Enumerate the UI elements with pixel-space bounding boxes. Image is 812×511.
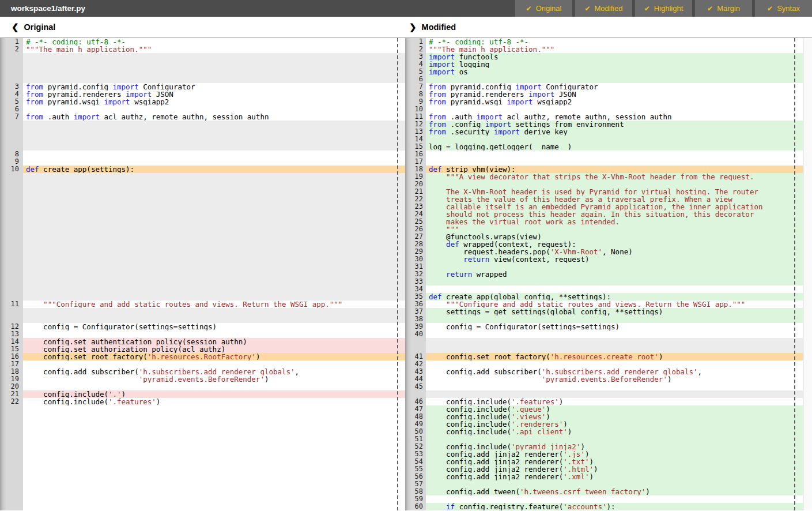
code-line: config.set_root_factory('h.resources.cre… <box>426 353 803 360</box>
toggle-button-label: Highlight <box>654 4 683 13</box>
code-row: 32 return wrapped <box>405 270 803 278</box>
line-number <box>0 428 23 435</box>
code-row <box>0 278 405 285</box>
code-row <box>0 285 405 293</box>
code-line <box>23 143 405 151</box>
code-line <box>426 76 803 83</box>
code-line: config.include('.queue') <box>426 405 803 413</box>
code-line: """ <box>426 226 803 233</box>
code-row <box>0 488 405 495</box>
toggle-margin-button[interactable]: ✔Margin <box>695 0 752 17</box>
code-row: 60 if config.registry.feature('accounts'… <box>405 503 803 510</box>
check-icon: ✔ <box>767 5 773 13</box>
code-row: 21 config.include('.') <box>0 390 405 398</box>
line-number <box>0 143 23 151</box>
code-line <box>426 330 803 338</box>
code-row: 40 <box>405 330 803 338</box>
line-number <box>0 233 23 241</box>
code-row: 57 <box>405 480 803 488</box>
code-line <box>426 315 803 323</box>
line-number <box>0 173 23 181</box>
code-line <box>23 270 405 278</box>
code-line <box>426 338 803 345</box>
toggle-button-label: Margin <box>717 4 740 13</box>
scrollbar-track[interactable] <box>803 38 812 510</box>
line-number <box>0 218 23 226</box>
code-row <box>405 390 803 398</box>
code-row: 45 <box>405 383 803 390</box>
code-row: 1# -*- coding: utf-8 -*- <box>405 38 803 46</box>
line-number <box>405 338 426 345</box>
code-row: 11from .auth import acl_authz, remote_au… <box>405 113 803 121</box>
code-row <box>0 435 405 443</box>
code-row: 59 <box>405 495 803 503</box>
code-row <box>0 458 405 465</box>
code-line <box>426 383 803 390</box>
code-line <box>426 480 803 488</box>
code-row <box>0 61 405 68</box>
line-number <box>0 53 23 61</box>
code-line: config.add_jinja2_renderer('.js') <box>426 450 803 458</box>
code-line: config.add_tween('h.tweens.csrf_tween_fa… <box>426 488 803 495</box>
code-line <box>23 263 405 270</box>
code-row: 35def create_app(global_config, **settin… <box>405 293 803 300</box>
window-title: workspace1/after.py <box>0 0 512 17</box>
code-line: from pyramid.config import Configurator <box>23 83 405 91</box>
code-line: from pyramid.renderers import JSON <box>23 91 405 98</box>
pane-header-original[interactable]: ❮ Original <box>12 17 55 37</box>
code-line: config.add_subscriber('h.subscribers.add… <box>426 368 803 375</box>
code-line: def create_app(global_config, **settings… <box>426 293 803 300</box>
toggle-original-button[interactable]: ✔Original <box>515 0 572 17</box>
code-line: log = logging.getLogger(__name__) <box>426 143 803 151</box>
check-icon: ✔ <box>707 5 713 13</box>
line-number <box>0 188 23 196</box>
line-number <box>0 226 23 233</box>
line-number: 11 <box>0 300 23 308</box>
code-row: 13from .security import derive_key <box>405 128 803 136</box>
code-row <box>0 226 405 233</box>
code-row <box>0 420 405 428</box>
code-line <box>23 435 405 443</box>
code-line: treats the value of this header as a tra… <box>426 196 803 203</box>
line-number: 2 <box>0 46 23 53</box>
code-row: 26 """ <box>405 226 803 233</box>
code-line <box>23 158 405 166</box>
code-line: import os <box>426 68 803 76</box>
line-number: 4 <box>0 91 23 98</box>
code-line: from pyramid.config import Configurator <box>426 83 803 91</box>
code-line <box>23 61 405 68</box>
code-row: 43 config.add_subscriber('h.subscribers.… <box>405 368 803 375</box>
code-row: 13 <box>0 330 405 338</box>
code-row: 49 config.include('.renderers') <box>405 420 803 428</box>
code-line <box>23 278 405 285</box>
check-icon: ✔ <box>584 5 590 13</box>
toggle-highlight-button[interactable]: ✔Highlight <box>635 0 692 17</box>
code-line: from pyramid.wsgi import wsgiapp2 <box>23 98 405 106</box>
code-row: 55 config.add_jinja2_renderer('.html') <box>405 465 803 473</box>
code-line: # -*- coding: utf-8 -*- <box>426 38 803 46</box>
code-line <box>23 450 405 458</box>
code-line: @functools.wraps(view) <box>426 233 803 241</box>
toggle-syntax-button[interactable]: ✔Syntax <box>755 0 812 17</box>
code-line: config.add_jinja2_renderer('.html') <box>426 465 803 473</box>
code-row <box>0 405 405 413</box>
code-row: 2"""The main h application.""" <box>405 46 803 53</box>
line-number: 6 <box>0 106 23 113</box>
pane-header-modified[interactable]: ❯ Modified <box>409 17 456 37</box>
code-row <box>0 315 405 323</box>
code-line: from pyramid.renderers import JSON <box>426 91 803 98</box>
code-line <box>23 285 405 293</box>
toggle-modified-button[interactable]: ✔Modified <box>575 0 632 17</box>
line-number <box>0 68 23 76</box>
code-row: 37 settings = get_settings(global_config… <box>405 308 803 315</box>
code-row: 5from pyramid.wsgi import wsgiapp2 <box>0 98 405 106</box>
code-row: 1# -*- coding: utf-8 -*- <box>0 38 405 46</box>
code-line: config.set_authentication_policy(session… <box>23 338 405 345</box>
code-line: settings = get_settings(global_config, *… <box>426 308 803 315</box>
code-line: config.add_subscriber('h.subscribers.add… <box>23 368 405 375</box>
code-row: 39 config = Configurator(settings=settin… <box>405 323 803 330</box>
line-number <box>0 495 23 503</box>
code-row <box>0 443 405 450</box>
code-line <box>23 293 405 300</box>
code-row <box>0 218 405 226</box>
